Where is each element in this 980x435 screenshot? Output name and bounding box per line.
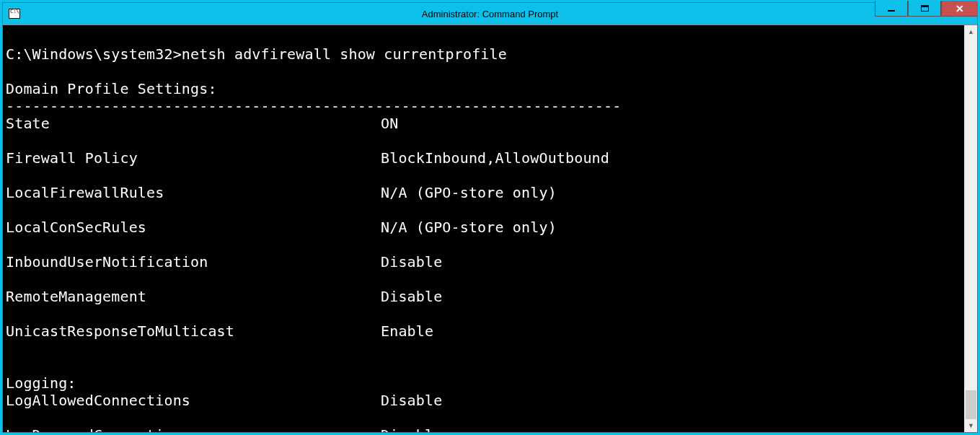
scroll-down-button[interactable]: ▼ <box>965 419 977 432</box>
setting-value: Disable <box>381 253 442 271</box>
client-area: C:\Windows\system32>netsh advfirewall sh… <box>3 25 977 432</box>
setting-value: ON <box>381 115 398 132</box>
log-value: Disable <box>381 392 442 409</box>
command-text: netsh advfirewall show currentprofile <box>182 45 507 63</box>
vertical-scrollbar[interactable]: ▲ ▼ <box>964 25 977 432</box>
setting-value: BlockInbound,AllowOutbound <box>381 149 609 167</box>
cmd-icon <box>9 9 20 19</box>
setting-value: Disable <box>381 288 442 305</box>
setting-label: UnicastResponseToMulticast <box>6 322 381 340</box>
setting-label: LocalFirewallRules <box>6 184 381 201</box>
maximize-icon <box>921 5 929 12</box>
setting-value: N/A (GPO-store only) <box>381 184 557 201</box>
logging-header: Logging: <box>6 374 76 392</box>
scroll-track[interactable] <box>965 38 977 419</box>
setting-value: N/A (GPO-store only) <box>381 219 557 236</box>
setting-label: LocalConSecRules <box>6 219 381 236</box>
titlebar[interactable]: Administrator: Command Prompt ✕ <box>3 3 977 25</box>
log-label: LogAllowedConnections <box>6 392 381 409</box>
scroll-up-button[interactable]: ▲ <box>965 25 977 38</box>
console-output[interactable]: C:\Windows\system32>netsh advfirewall sh… <box>3 25 964 432</box>
setting-label: Firewall Policy <box>6 149 381 167</box>
setting-label: InboundUserNotification <box>6 253 381 271</box>
command-prompt-window: Administrator: Command Prompt ✕ C:\Windo… <box>2 2 978 433</box>
setting-label: RemoteManagement <box>6 288 381 305</box>
minimize-button[interactable] <box>875 1 908 17</box>
window-title: Administrator: Command Prompt <box>422 9 558 19</box>
setting-value: Enable <box>381 322 433 340</box>
maximize-button[interactable] <box>908 1 941 17</box>
log-value: Disable <box>381 426 442 432</box>
window-controls: ✕ <box>875 3 977 25</box>
close-button[interactable]: ✕ <box>941 1 977 17</box>
divider: ----------------------------------------… <box>6 97 621 115</box>
close-icon: ✕ <box>955 4 964 14</box>
minimize-icon <box>888 10 895 12</box>
setting-label: State <box>6 115 381 132</box>
log-label: LogDroppedConnections <box>6 426 381 432</box>
prompt: C:\Windows\system32> <box>6 45 182 63</box>
section-header: Domain Profile Settings: <box>6 80 217 97</box>
scroll-thumb[interactable] <box>966 390 976 419</box>
